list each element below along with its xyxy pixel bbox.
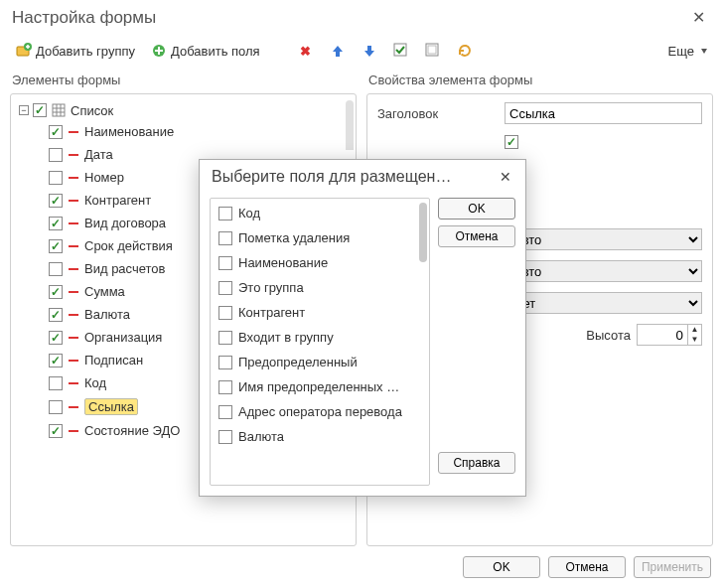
dialog-field-checkbox[interactable] — [218, 356, 232, 369]
tree-item-label: Сумма — [84, 284, 125, 299]
dialog-help-button[interactable]: Справка — [438, 452, 515, 474]
dialog-field-row[interactable]: Это группа — [215, 275, 425, 300]
dialog-field-checkbox[interactable] — [218, 256, 232, 270]
tree-item-label: Валюта — [84, 307, 130, 322]
collapse-icon[interactable]: − — [19, 105, 29, 115]
dialog-field-row[interactable]: Адрес оператора перевода — [215, 399, 425, 424]
dialog-field-checkbox[interactable] — [218, 281, 232, 295]
dialog-field-checkbox[interactable] — [218, 306, 232, 320]
dialog-scrollbar[interactable] — [419, 203, 427, 262]
dialog-close-icon[interactable]: ✕ — [496, 169, 515, 185]
add-fields-button[interactable]: Добавить поля — [145, 41, 266, 61]
dialog-field-checkbox[interactable] — [218, 207, 232, 220]
uncheck-all-button[interactable] — [419, 41, 447, 61]
svg-rect-3 — [394, 44, 406, 56]
tree-item-label: Номер — [84, 170, 124, 185]
check-all-icon — [393, 43, 409, 59]
more-label: Еще — [668, 44, 694, 59]
check-all-button[interactable] — [387, 41, 415, 61]
dialog-field-checkbox[interactable] — [218, 331, 232, 345]
height-input[interactable] — [638, 325, 687, 345]
close-icon[interactable]: ✕ — [686, 6, 711, 29]
reset-icon — [457, 43, 473, 59]
field-icon — [69, 430, 78, 432]
table-icon — [51, 102, 67, 118]
dialog-ok-button[interactable]: OK — [438, 198, 515, 220]
dialog-field-row[interactable]: Контрагент — [215, 300, 425, 325]
prop-title-row: Заголовок — [377, 102, 702, 124]
tree-item-checkbox[interactable] — [49, 285, 63, 299]
tree-item[interactable]: Наименование — [47, 120, 352, 143]
move-up-button[interactable] — [324, 41, 352, 61]
uncheck-all-icon — [425, 43, 441, 59]
spin-up-icon[interactable]: ▲ — [688, 325, 701, 335]
tree-item-checkbox[interactable] — [49, 376, 63, 390]
delete-button[interactable]: ✖ — [292, 41, 320, 61]
field-icon — [69, 222, 78, 224]
dialog-field-row[interactable]: Пометка удаления — [215, 225, 425, 250]
spin-down-icon[interactable]: ▼ — [688, 335, 701, 345]
dialog-fields-list: КодПометка удаленияНаименованиеЭто групп… — [210, 198, 430, 486]
dialog-field-checkbox[interactable] — [218, 380, 232, 394]
dialog-field-label: Контрагент — [238, 305, 305, 320]
tree-item-label: Организация — [84, 330, 162, 345]
tree-item-checkbox[interactable] — [49, 148, 63, 162]
field-icon — [69, 268, 78, 270]
height-stepper[interactable]: ▲ ▼ — [637, 324, 702, 346]
prop-checkbox[interactable] — [505, 135, 518, 149]
dialog-field-checkbox[interactable] — [218, 430, 232, 444]
field-icon — [69, 200, 78, 202]
tree-item-checkbox[interactable] — [49, 400, 63, 414]
dialog-field-checkbox[interactable] — [218, 231, 232, 245]
arrow-down-icon — [362, 43, 377, 59]
tree-item-label: Наименование — [84, 124, 174, 139]
prop-title-label: Заголовок — [377, 106, 497, 121]
field-icon — [69, 360, 78, 362]
dialog-field-row[interactable]: Наименование — [215, 250, 425, 275]
field-icon — [69, 131, 78, 133]
add-group-label: Добавить группу — [36, 44, 135, 59]
reset-button[interactable] — [451, 41, 479, 61]
field-icon — [69, 406, 78, 408]
dialog-title: Выберите поля для размещен… — [212, 168, 451, 186]
add-group-button[interactable]: Добавить группу — [10, 41, 141, 61]
dialog-field-row[interactable]: Входит в группу — [215, 325, 425, 350]
tree-item-checkbox[interactable] — [49, 354, 63, 368]
titlebar: Настройка формы ✕ — [0, 0, 723, 39]
elements-panel-header: Элементы формы — [10, 69, 357, 93]
prop-select-2[interactable]: Авто — [505, 260, 702, 282]
dialog-field-label: Пометка удаления — [238, 230, 350, 245]
cancel-button[interactable]: Отмена — [548, 556, 626, 578]
dialog-field-row[interactable]: Имя предопределенных … — [215, 374, 425, 399]
prop-select-1[interactable]: Авто — [505, 228, 702, 250]
tree-item-checkbox[interactable] — [49, 262, 63, 276]
root-checkbox[interactable] — [33, 103, 47, 117]
dialog-field-label: Входит в группу — [238, 330, 334, 345]
ok-button[interactable]: OK — [463, 556, 540, 578]
prop-title-input[interactable] — [505, 102, 702, 124]
move-down-button[interactable] — [356, 41, 383, 61]
dialog-cancel-button[interactable]: Отмена — [438, 225, 515, 247]
field-icon — [69, 177, 78, 179]
dialog-field-row[interactable]: Код — [215, 201, 425, 225]
tree-item-checkbox[interactable] — [49, 217, 63, 230]
tree-item-label: Ссылка — [84, 398, 138, 415]
dialog-field-label: Валюта — [238, 429, 284, 444]
dialog-field-row[interactable]: Предопределенный — [215, 350, 425, 374]
tree-item-checkbox[interactable] — [49, 424, 63, 438]
tree-item-checkbox[interactable] — [49, 308, 63, 322]
tree-item-checkbox[interactable] — [49, 239, 63, 253]
dialog-field-row[interactable]: Валюта — [215, 424, 425, 449]
prop-select-3[interactable]: Нет — [505, 292, 702, 314]
tree-item-checkbox[interactable] — [49, 171, 63, 185]
tree-item-checkbox[interactable] — [49, 194, 63, 208]
tree-item-checkbox[interactable] — [49, 331, 63, 345]
more-button[interactable]: Еще — [662, 42, 713, 61]
tree-item-checkbox[interactable] — [49, 125, 63, 139]
tree-item-label: Подписан — [84, 353, 143, 368]
dialog-field-label: Наименование — [238, 255, 328, 270]
dialog-field-checkbox[interactable] — [218, 405, 232, 419]
dialog-field-label: Это группа — [238, 280, 304, 295]
tree-root[interactable]: − Список — [15, 100, 352, 120]
field-icon — [69, 337, 78, 339]
